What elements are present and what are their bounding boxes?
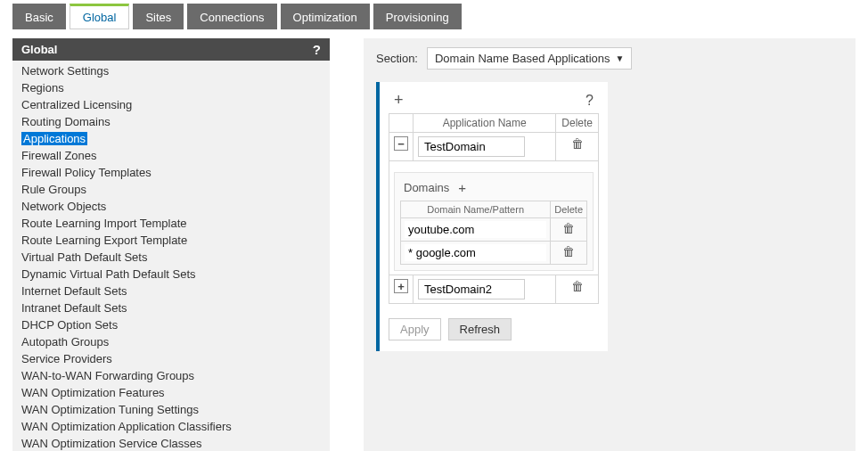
- tab-sites[interactable]: Sites: [133, 4, 184, 29]
- tab-basic[interactable]: Basic: [12, 4, 66, 29]
- sidebar-item-route-learning-import[interactable]: Route Learning Import Template: [12, 215, 330, 232]
- application-row-expanded: Domains + Domain Name/Pattern Delete: [389, 161, 599, 275]
- domains-table: Domain Name/Pattern Delete 🗑: [400, 201, 587, 265]
- delete-application-button[interactable]: 🗑: [556, 275, 599, 304]
- collapse-toggle[interactable]: −: [394, 136, 408, 151]
- sidebar-item-network-settings[interactable]: Network Settings: [12, 62, 330, 79]
- sidebar-item-wan-optimization-features[interactable]: WAN Optimization Features: [12, 384, 330, 401]
- col-toggle: [389, 114, 414, 133]
- application-name-input[interactable]: [418, 136, 525, 157]
- domain-row: 🗑: [401, 218, 587, 242]
- domain-row: 🗑: [401, 242, 587, 265]
- chevron-down-icon: ▼: [616, 53, 625, 63]
- section-label: Section:: [376, 52, 418, 65]
- sidebar-item-rule-groups[interactable]: Rule Groups: [12, 181, 330, 198]
- domains-label: Domains: [404, 181, 449, 194]
- tab-connections[interactable]: Connections: [187, 4, 276, 29]
- sidebar-item-internet-default-sets[interactable]: Internet Default Sets: [12, 283, 330, 299]
- apply-button[interactable]: Apply: [389, 318, 441, 340]
- sidebar-item-dynamic-virtual-path-default-sets[interactable]: Dynamic Virtual Path Default Sets: [12, 266, 330, 283]
- sidebar-header: Global ?: [12, 38, 330, 61]
- tab-bar: Basic Global Sites Connections Optimizat…: [0, 0, 868, 38]
- add-domain-button[interactable]: +: [458, 180, 466, 195]
- panel-actions: Apply Refresh: [389, 318, 599, 340]
- application-row: + 🗑: [389, 275, 599, 304]
- col-domain-name: Domain Name/Pattern: [401, 201, 551, 218]
- delete-domain-button[interactable]: 🗑: [551, 218, 587, 242]
- sidebar-list: Network Settings Regions Centralized Lic…: [12, 61, 330, 451]
- tab-global[interactable]: Global: [70, 4, 130, 29]
- section-row: Section: Domain Name Based Applications …: [376, 47, 843, 70]
- sidebar-item-applications[interactable]: Applications: [12, 130, 330, 147]
- delete-domain-button[interactable]: 🗑: [551, 242, 587, 265]
- refresh-button[interactable]: Refresh: [448, 318, 512, 340]
- applications-table: Application Name Delete − 🗑: [389, 113, 599, 304]
- expand-toggle[interactable]: +: [394, 279, 408, 293]
- sidebar-item-dhcp-option-sets[interactable]: DHCP Option Sets: [12, 316, 330, 333]
- help-icon[interactable]: ?: [313, 42, 321, 57]
- sidebar-item-wan-to-wan-forwarding-groups[interactable]: WAN-to-WAN Forwarding Groups: [12, 367, 330, 384]
- application-name-input[interactable]: [418, 279, 525, 299]
- delete-application-button[interactable]: 🗑: [556, 133, 599, 161]
- sidebar-item-intranet-default-sets[interactable]: Intranet Default Sets: [12, 299, 330, 316]
- sidebar-item-firewall-policy-templates[interactable]: Firewall Policy Templates: [12, 164, 330, 181]
- sidebar-item-autopath-groups[interactable]: Autopath Groups: [12, 333, 330, 350]
- col-delete: Delete: [556, 114, 599, 133]
- sidebar-item-service-providers[interactable]: Service Providers: [12, 350, 330, 367]
- application-row: − 🗑: [389, 133, 599, 161]
- sidebar-item-wan-optimization-application-classifiers[interactable]: WAN Optimization Application Classifiers: [12, 418, 330, 435]
- section-select[interactable]: Domain Name Based Applications ▼: [427, 47, 632, 70]
- panel-help-icon[interactable]: ?: [585, 93, 594, 109]
- domain-pattern-input[interactable]: [405, 244, 546, 261]
- sidebar-item-wan-optimization-service-classes[interactable]: WAN Optimization Service Classes: [12, 435, 330, 451]
- sidebar-item-regions[interactable]: Regions: [12, 79, 330, 96]
- sidebar-title: Global: [21, 43, 57, 56]
- tab-provisioning[interactable]: Provisioning: [373, 4, 462, 29]
- add-application-button[interactable]: +: [394, 91, 404, 110]
- sidebar-item-network-objects[interactable]: Network Objects: [12, 198, 330, 215]
- sidebar-item-firewall-zones[interactable]: Firewall Zones: [12, 147, 330, 164]
- tab-optimization[interactable]: Optimization: [281, 4, 370, 29]
- sidebar-item-route-learning-export[interactable]: Route Learning Export Template: [12, 232, 330, 249]
- col-application-name: Application Name: [414, 114, 556, 133]
- sidebar-item-routing-domains[interactable]: Routing Domains: [12, 113, 330, 130]
- col-domain-delete: Delete: [551, 201, 587, 218]
- sidebar-item-wan-optimization-tuning-settings[interactable]: WAN Optimization Tuning Settings: [12, 401, 330, 418]
- sidebar: Global ? Network Settings Regions Centra…: [12, 38, 330, 451]
- domain-pattern-input[interactable]: [405, 221, 546, 238]
- sidebar-item-virtual-path-default-sets[interactable]: Virtual Path Default Sets: [12, 249, 330, 266]
- domains-subpanel: Domains + Domain Name/Pattern Delete: [394, 172, 594, 271]
- sidebar-item-centralized-licensing[interactable]: Centralized Licensing: [12, 96, 330, 113]
- applications-panel: + ? Application Name Delete −: [376, 82, 608, 351]
- section-select-value: Domain Name Based Applications: [435, 52, 610, 65]
- content-area: Section: Domain Name Based Applications …: [364, 38, 856, 451]
